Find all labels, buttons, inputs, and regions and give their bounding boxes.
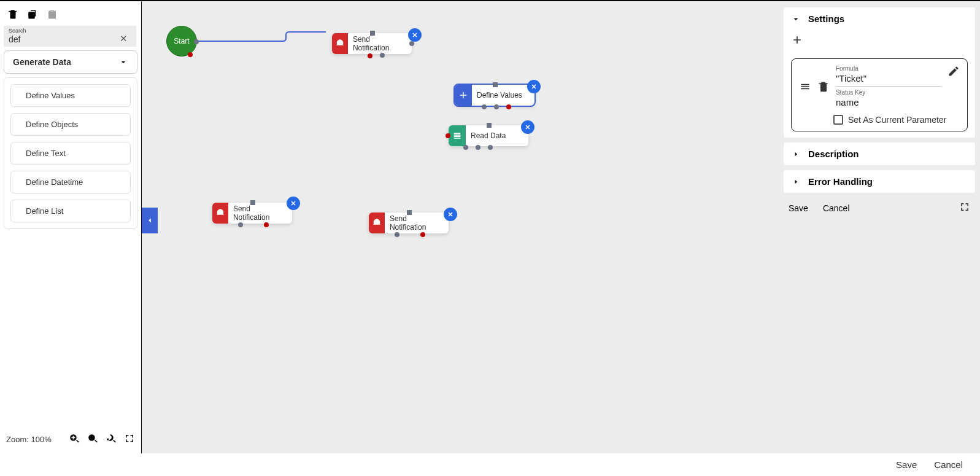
node-type-card[interactable]: Define Values: [10, 84, 131, 107]
start-node[interactable]: Start: [166, 26, 197, 57]
edit-formula-icon[interactable]: [947, 65, 960, 80]
close-node-icon[interactable]: [527, 80, 541, 93]
drag-handle-icon[interactable]: [799, 80, 811, 95]
node-send-notification[interactable]: Send Notification: [332, 33, 412, 54]
description-title: Description: [808, 149, 859, 159]
settings-title: Settings: [808, 14, 844, 24]
delete-parameter-icon[interactable]: [817, 80, 830, 95]
node-type-card[interactable]: Define List: [10, 200, 131, 222]
node-read-data[interactable]: Read Data: [449, 125, 528, 146]
section-title: Generate Data: [13, 57, 71, 67]
status-key-value[interactable]: name: [836, 96, 941, 110]
chevron-right-icon: [791, 149, 801, 159]
footer-cancel-button[interactable]: Cancel: [934, 459, 963, 470]
copy-icon[interactable]: [27, 9, 38, 22]
search-label: Search: [9, 28, 26, 34]
workflow-canvas[interactable]: Success Error Start Send Notification: [141, 1, 779, 453]
node-label: Define Values: [472, 91, 530, 99]
zoom-in-icon[interactable]: [69, 433, 80, 446]
notification-icon: [369, 213, 385, 233]
left-sidebar: Search ✕ Generate Data Define Values Def…: [0, 1, 141, 453]
section-generate-data[interactable]: Generate Data: [4, 50, 137, 74]
clear-search-icon[interactable]: ✕: [116, 33, 131, 44]
read-data-icon: [449, 125, 466, 146]
chevron-down-icon: [791, 14, 801, 24]
parameter-card: Formula "Ticket" Status Key name Set As …: [791, 58, 968, 131]
error-handling-section[interactable]: Error Handling: [784, 170, 975, 193]
description-section[interactable]: Description: [784, 142, 975, 165]
error-handling-title: Error Handling: [808, 176, 873, 187]
node-send-notification[interactable]: Send Notification: [369, 213, 449, 233]
add-parameter-icon[interactable]: [791, 33, 803, 52]
node-label: Send Notification: [385, 214, 449, 232]
clipboard-icon[interactable]: [47, 9, 58, 22]
close-node-icon[interactable]: [408, 28, 422, 42]
zoom-label: Zoom: 100%: [6, 435, 52, 444]
close-node-icon[interactable]: [287, 197, 300, 210]
formula-value[interactable]: "Ticket": [836, 72, 941, 87]
collapse-sidebar-button[interactable]: [142, 208, 158, 233]
node-label: Send Notification: [228, 205, 292, 222]
close-node-icon[interactable]: [521, 120, 534, 134]
node-type-card[interactable]: Define Text: [10, 142, 131, 165]
zoom-out-icon[interactable]: [87, 433, 98, 446]
panel-cancel-button[interactable]: Cancel: [823, 203, 850, 213]
app-footer: Save Cancel: [0, 453, 980, 476]
define-values-icon: [455, 85, 472, 106]
close-node-icon[interactable]: [444, 208, 457, 221]
node-send-notification[interactable]: Send Notification: [212, 203, 292, 224]
notification-icon: [332, 33, 348, 54]
node-type-card[interactable]: Define Objects: [10, 113, 131, 136]
start-label: Start: [174, 37, 189, 45]
panel-save-button[interactable]: Save: [789, 203, 808, 213]
notification-icon: [212, 203, 228, 224]
set-current-checkbox[interactable]: [833, 115, 843, 125]
set-current-label: Set As Current Parameter: [848, 115, 946, 125]
zoom-reset-icon[interactable]: [106, 433, 117, 446]
chevron-down-icon: [118, 57, 128, 67]
fullscreen-icon[interactable]: [124, 433, 135, 446]
formula-label: Formula: [836, 65, 941, 72]
properties-panel: Settings Formula "Ticket" Status Key nam…: [779, 1, 980, 453]
footer-save-button[interactable]: Save: [896, 459, 917, 470]
search-box[interactable]: Search ✕: [4, 26, 136, 47]
expand-panel-icon[interactable]: [959, 201, 970, 214]
node-type-list: Define Values Define Objects Define Text…: [4, 77, 137, 229]
delete-icon[interactable]: [7, 9, 18, 22]
chevron-right-icon: [791, 177, 801, 187]
node-label: Send Notification: [348, 35, 412, 52]
status-key-label: Status Key: [836, 89, 941, 96]
settings-section[interactable]: Settings: [791, 14, 968, 24]
zoom-toolbar: Zoom: 100%: [0, 429, 141, 450]
node-define-values[interactable]: Define Values: [455, 85, 534, 106]
node-type-card[interactable]: Define Datetime: [10, 171, 131, 193]
node-label: Read Data: [466, 131, 513, 140]
